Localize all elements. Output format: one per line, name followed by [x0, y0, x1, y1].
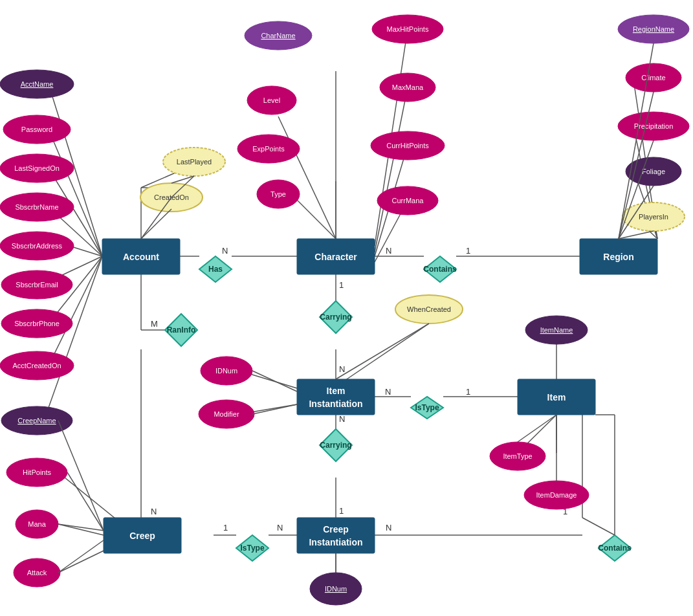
mana-label: Mana [28, 520, 46, 528]
istype-creep-label: IsType [240, 544, 264, 553]
account-label: Account [123, 252, 159, 262]
svg-text:1: 1 [223, 523, 228, 533]
contains-char-region-label: Contains [423, 265, 457, 274]
carrying-bottom-label: Carrying [320, 441, 351, 450]
item-instantiation-label1: Item [327, 386, 346, 396]
acctname-label: AcctName [21, 80, 54, 88]
itemtype-label: ItemType [503, 452, 532, 460]
lastplayed-label: LastPlayed [177, 158, 212, 166]
sbscrbremale-label: SbscrbrEmail [16, 281, 58, 289]
svg-line-79 [67, 472, 104, 531]
svg-text:N: N [339, 414, 345, 424]
whencreated-label: WhenCreated [407, 305, 451, 313]
currmana-label: CurrMana [392, 197, 424, 204]
hitpoints-label: HitPoints [23, 468, 52, 476]
svg-text:1: 1 [339, 506, 344, 516]
svg-text:N: N [386, 523, 391, 533]
creep-instantiation-label1: Creep [323, 524, 349, 534]
foliage-label: Foliage [642, 168, 665, 175]
item-instantiation-entity [297, 379, 375, 415]
creep-instantiation-entity [297, 518, 375, 553]
attack-label: Attack [27, 569, 47, 577]
svg-line-41 [278, 116, 336, 239]
istype-item-label: IsType [415, 403, 439, 412]
svg-line-44 [375, 87, 408, 252]
sbscrbraddress-label: SbscrbrAddress [12, 242, 63, 250]
climate-label: Climate [641, 74, 665, 82]
type-label: Type [270, 190, 286, 198]
svg-text:N: N [385, 387, 391, 397]
svg-line-85 [336, 324, 429, 379]
svg-line-90 [619, 231, 654, 239]
svg-text:1: 1 [466, 387, 470, 397]
region-label: Region [603, 252, 633, 262]
has-label: Has [208, 265, 223, 274]
item-instantiation-label2: Instantiation [309, 399, 362, 409]
svg-line-81 [58, 540, 104, 573]
sbscrbrname-label: SbscrbrName [15, 203, 58, 211]
level-label: Level [263, 96, 280, 104]
regionname-label: RegionName [633, 25, 674, 33]
modifier-label: Modifier [214, 410, 239, 418]
item-label: Item [547, 392, 566, 402]
svg-text:M: M [151, 319, 158, 329]
maxhitpoints-label: MaxHitPoints [387, 25, 429, 33]
contains-creep-label: Contains [598, 544, 632, 553]
svg-text:N: N [277, 523, 283, 533]
sbscrbrphone-label: SbscrbrPhone [14, 320, 60, 327]
playersin-label: PlayersIn [639, 213, 668, 221]
svg-line-29 [343, 324, 429, 382]
svg-line-74 [518, 415, 556, 442]
precipitation-label: Precipitation [634, 122, 674, 130]
itemname-label: ItemName [540, 326, 573, 334]
idnum-top-label: IDNum [215, 367, 237, 375]
maxmana-label: MaxMana [392, 83, 424, 91]
creep-label: Creep [129, 531, 155, 541]
svg-line-77 [252, 404, 297, 414]
svg-text:N: N [339, 364, 345, 374]
svg-text:N: N [151, 507, 157, 516]
svg-text:N: N [386, 246, 391, 256]
svg-text:1: 1 [339, 280, 344, 290]
carrying-top-label: Carrying [320, 313, 351, 322]
idnum-bottom-label: IDNum [325, 585, 347, 593]
password-label: Password [21, 126, 52, 133]
currhitpoints-label: CurrHitPoints [386, 142, 429, 149]
lastsignedon-label: LastSignedOn [14, 164, 60, 172]
svg-line-16 [582, 518, 615, 535]
svg-text:1: 1 [466, 246, 470, 256]
character-label: Character [314, 252, 357, 262]
svg-line-70 [141, 209, 171, 239]
creepname-label: CreepName [17, 417, 56, 424]
charname-label: CharName [261, 32, 295, 39]
raninfo-label: RanInfo [167, 325, 196, 335]
itemdamage-label: ItemDamage [536, 491, 577, 499]
svg-line-76 [252, 371, 297, 391]
exppoints-label: ExpPoints [252, 145, 285, 153]
svg-text:N: N [222, 246, 228, 256]
creep-instantiation-label2: Instantiation [309, 537, 362, 547]
acctcreatedon-label: AcctCreatedOn [12, 362, 61, 369]
